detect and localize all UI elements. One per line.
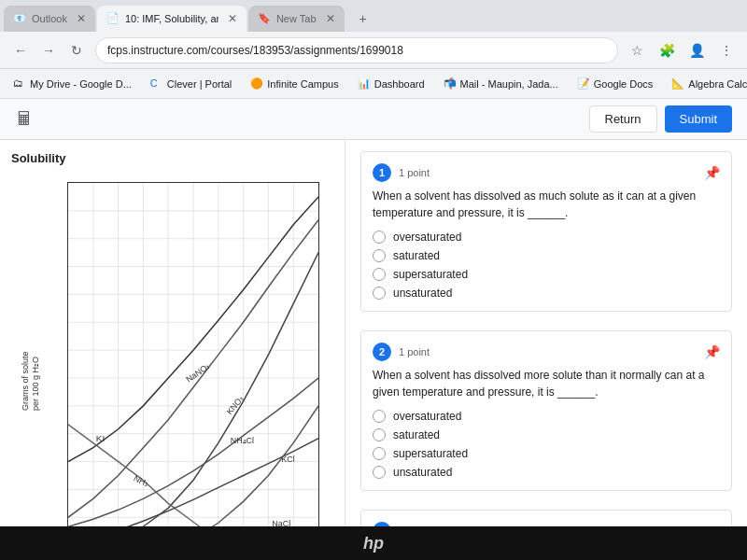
- clever-icon: C: [150, 77, 163, 91]
- q1-radio-unsaturated[interactable]: [373, 287, 386, 300]
- chart-area: KI NaNO₃ KNO₃ NH₃ NH: [67, 182, 319, 560]
- nav-buttons: ← → ↻: [7, 37, 90, 63]
- back-button[interactable]: ←: [7, 37, 34, 63]
- q1-radio-supersaturated[interactable]: [373, 268, 386, 281]
- bookmark-dashboard[interactable]: 📊 Dashboard: [352, 76, 430, 92]
- pin-icon-2[interactable]: 📌: [704, 344, 720, 359]
- hp-bar: hp: [0, 526, 747, 560]
- bookmark-mydrive[interactable]: 🗂 My Drive - Google D...: [7, 76, 137, 92]
- profile-button[interactable]: 👤: [684, 37, 710, 63]
- tab-close-imf[interactable]: ✕: [228, 12, 237, 25]
- question-1-number: 1: [373, 163, 391, 182]
- question-2-header: 2 1 point 📌: [373, 343, 720, 361]
- dashboard-icon: 📊: [358, 77, 371, 91]
- tab-close-outlook[interactable]: ✕: [77, 12, 86, 25]
- q2-radio-supersaturated[interactable]: [373, 447, 386, 460]
- tab-imf[interactable]: 📄 10: IMF, Solubility, and Equilibriu...…: [97, 6, 247, 32]
- q2-option-saturated[interactable]: saturated: [373, 428, 720, 441]
- tab-outlook[interactable]: 📧 Outlook ✕: [4, 6, 95, 32]
- q1-option-unsaturated[interactable]: unsaturated: [373, 287, 720, 300]
- question-2-number: 2: [373, 343, 391, 361]
- nh3-label: NH₃: [133, 473, 151, 488]
- newtab-icon: 🔖: [258, 12, 271, 25]
- nh4cl-label: NH₄Cl: [231, 436, 254, 445]
- bookmarks-bar: 🗂 My Drive - Google D... C Clever | Port…: [0, 69, 747, 99]
- q1-label-oversaturated: oversaturated: [393, 231, 461, 244]
- address-text: fcps.instructure.com/courses/183953/assi…: [107, 44, 403, 57]
- extension-button[interactable]: 🧩: [654, 37, 680, 63]
- question-1-points: 1 point: [399, 167, 430, 178]
- reload-button[interactable]: ↻: [63, 37, 90, 63]
- q1-option-supersaturated[interactable]: supersaturated: [373, 268, 720, 281]
- kno3-label: KNO₃: [225, 394, 247, 416]
- q2-option-unsaturated[interactable]: unsaturated: [373, 466, 720, 479]
- hp-logo: hp: [363, 534, 384, 553]
- q2-label-supersaturated: supersaturated: [393, 447, 468, 460]
- bookmark-algebra[interactable]: 📐 Algebra Calculator -...: [666, 76, 747, 92]
- browser-toolbar-icons: ☆ 🧩 👤 ⋮: [624, 37, 740, 63]
- assignment-toolbar: 🖩 Return Submit: [0, 99, 747, 140]
- q2-radio-saturated[interactable]: [373, 428, 386, 441]
- question-2-points: 1 point: [399, 346, 430, 357]
- imf-icon: 📄: [106, 12, 120, 25]
- q2-radio-unsaturated[interactable]: [373, 466, 386, 479]
- ki-label: KI: [96, 433, 105, 443]
- address-box[interactable]: fcps.instructure.com/courses/183953/assi…: [95, 37, 618, 63]
- q2-label-unsaturated: unsaturated: [393, 466, 452, 479]
- q1-label-supersaturated: supersaturated: [393, 268, 468, 281]
- q2-option-supersaturated[interactable]: supersaturated: [373, 447, 720, 460]
- q2-option-oversaturated[interactable]: oversaturated: [373, 410, 720, 423]
- new-tab-button[interactable]: +: [350, 6, 376, 32]
- bookmark-gdocs[interactable]: 📝 Google Docs: [571, 76, 659, 92]
- chart-title: Solubility: [11, 151, 337, 165]
- calculator-icon[interactable]: 🖩: [15, 108, 34, 130]
- q2-radio-oversaturated[interactable]: [373, 410, 386, 423]
- q1-radio-oversaturated[interactable]: [373, 231, 386, 244]
- question-2-options: oversaturated saturated supersaturated: [373, 410, 720, 479]
- toolbar-right: Return Submit: [589, 105, 733, 133]
- page-content: 🖩 Return Submit Solubility Grams of solu…: [0, 99, 747, 560]
- chart-container: Grams of soluteper 100 g H₂O: [11, 173, 329, 560]
- forward-button[interactable]: →: [35, 37, 62, 63]
- question-1: 1 1 point 📌 When a solvent has dissolved…: [360, 151, 732, 312]
- chart-panel: Solubility Grams of soluteper 100 g H₂O: [0, 140, 345, 560]
- tab-newtab[interactable]: 🔖 New Tab ✕: [248, 6, 345, 32]
- mail-icon: 📬: [444, 77, 457, 91]
- address-bar-row: ← → ↻ fcps.instructure.com/courses/18395…: [0, 32, 747, 69]
- bookmark-clever[interactable]: C Clever | Portal: [145, 76, 238, 92]
- bookmark-mail[interactable]: 📬 Mail - Maupin, Jada...: [438, 76, 564, 92]
- mydrive-icon: 🗂: [13, 77, 26, 91]
- q1-label-saturated: saturated: [393, 249, 440, 262]
- q1-label-unsaturated: unsaturated: [393, 287, 452, 300]
- return-button[interactable]: Return: [589, 105, 657, 133]
- question-1-text: When a solvent has dissolved as much sol…: [373, 188, 720, 221]
- question-2: 2 1 point 📌 When a solvent has dissolved…: [360, 330, 732, 491]
- questions-panel: 1 1 point 📌 When a solvent has dissolved…: [345, 140, 747, 560]
- submit-button[interactable]: Submit: [665, 105, 732, 133]
- question-1-options: oversaturated saturated supersaturated: [373, 231, 720, 300]
- q1-option-saturated[interactable]: saturated: [373, 249, 720, 262]
- q2-label-oversaturated: oversaturated: [393, 410, 461, 423]
- bookmark-star-button[interactable]: ☆: [624, 37, 650, 63]
- browser-frame: 📧 Outlook ✕ 📄 10: IMF, Solubility, and E…: [0, 0, 747, 560]
- tab-close-newtab[interactable]: ✕: [326, 12, 335, 25]
- question-1-header: 1 1 point 📌: [373, 163, 720, 182]
- infinite-icon: 🟠: [250, 77, 263, 91]
- menu-button[interactable]: ⋮: [713, 37, 740, 63]
- gdocs-icon: 📝: [577, 77, 590, 91]
- bookmark-infinite[interactable]: 🟠 Infinite Campus: [245, 76, 344, 92]
- main-area: Solubility Grams of soluteper 100 g H₂O: [0, 140, 747, 560]
- y-axis-label: Grams of soluteper 100 g H₂O: [21, 364, 41, 411]
- pin-icon-1[interactable]: 📌: [704, 165, 720, 180]
- q1-option-oversaturated[interactable]: oversaturated: [373, 231, 720, 244]
- chart-svg: KI NaNO₃ KNO₃ NH₃ NH: [68, 183, 318, 560]
- algebra-icon: 📐: [671, 77, 684, 91]
- q1-radio-saturated[interactable]: [373, 249, 386, 262]
- tab-bar: 📧 Outlook ✕ 📄 10: IMF, Solubility, and E…: [0, 0, 747, 32]
- q2-label-saturated: saturated: [393, 428, 440, 441]
- outlook-icon: 📧: [13, 12, 26, 25]
- question-2-text: When a solvent has dissolved more solute…: [373, 367, 720, 400]
